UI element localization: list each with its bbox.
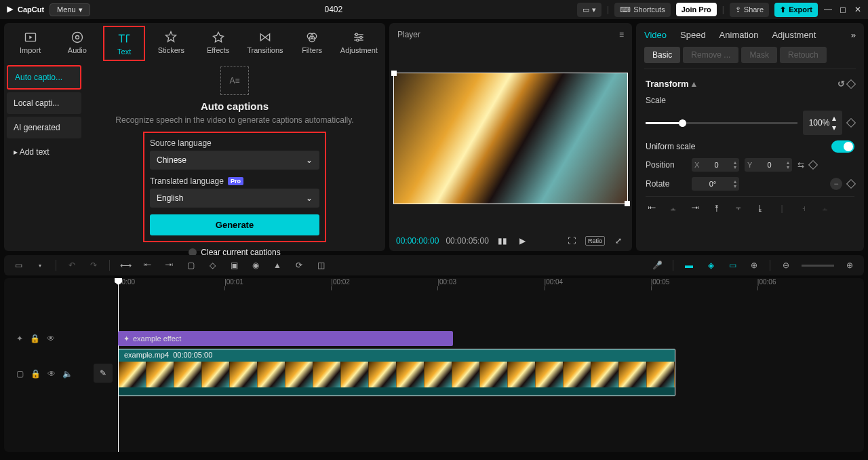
fullscreen-icon[interactable]: ⤢ xyxy=(612,236,625,246)
snap-track-toggle[interactable]: ◈ xyxy=(705,259,717,271)
zoom-slider[interactable] xyxy=(802,265,834,267)
inspector-tab-animation[interactable]: Animation xyxy=(719,30,759,40)
selection-tool[interactable]: ▭ xyxy=(12,259,24,271)
link-icon[interactable]: ⇆ xyxy=(797,160,804,170)
snap-main-toggle[interactable]: ▬ xyxy=(683,259,695,271)
minimize-button[interactable]: — xyxy=(823,5,833,14)
tab-audio[interactable]: Audio xyxy=(56,26,98,61)
rotate-tool[interactable]: ⟳ xyxy=(293,259,305,271)
video-clip[interactable]: example.mp4 00:00:05:00 xyxy=(118,349,675,396)
sidebar-item-add-text[interactable]: ▸ Add text xyxy=(7,141,81,163)
tab-filters[interactable]: Filters xyxy=(291,26,333,61)
tab-transitions[interactable]: Transitions xyxy=(244,26,286,61)
lock-icon[interactable]: 🔒 xyxy=(30,334,40,343)
align-bottom-icon[interactable]: ⭳ xyxy=(754,204,766,213)
translated-language-select[interactable]: English ⌄ xyxy=(150,189,319,208)
share-button[interactable]: ⇪ Share xyxy=(730,3,769,17)
lock-icon[interactable]: 🔒 xyxy=(31,369,41,379)
aspect-ratio-button[interactable]: ▭ ▾ xyxy=(577,3,601,17)
align-top-icon[interactable]: ⭱ xyxy=(711,204,723,213)
inspector-more-icon[interactable]: » xyxy=(851,30,856,40)
rotate-input[interactable]: 0°▴▾ xyxy=(692,177,739,191)
sidebar-item-local-captions[interactable]: Local capti... xyxy=(7,92,81,114)
tab-adjustment[interactable]: Adjustment xyxy=(338,26,380,61)
preview-axis-icon[interactable]: ⊕ xyxy=(748,259,760,271)
shortcuts-button[interactable]: ⌨ Shortcuts xyxy=(614,3,670,17)
inspector-tab-adjustment[interactable]: Adjustment xyxy=(772,30,816,40)
export-button[interactable]: ⬆ Export xyxy=(774,3,818,17)
audio-icon xyxy=(70,30,85,45)
align-left-icon[interactable]: ⭰ xyxy=(646,204,658,213)
zoom-in-button[interactable]: ⊕ xyxy=(844,259,856,271)
mute-icon[interactable]: 🔈 xyxy=(62,369,73,379)
speed-tool[interactable]: ◉ xyxy=(250,259,262,271)
track-edit-button[interactable]: ✎ xyxy=(94,364,113,383)
inspector-tab-speed[interactable]: Speed xyxy=(680,30,706,40)
generate-button[interactable]: Generate xyxy=(150,214,319,235)
distribute-v-icon[interactable]: ⫠ xyxy=(819,204,831,213)
snap-link-toggle[interactable]: ▭ xyxy=(726,259,738,271)
tab-effects[interactable]: Effects xyxy=(197,26,239,61)
menu-button[interactable]: Menu ▾ xyxy=(50,3,90,16)
uniform-scale-toggle[interactable] xyxy=(831,140,854,153)
player-menu-icon[interactable]: ≡ xyxy=(619,30,624,39)
close-button[interactable]: ✕ xyxy=(853,5,863,14)
redo-button[interactable]: ↷ xyxy=(87,259,100,271)
trim-right-tool[interactable]: ⭲ xyxy=(163,259,175,271)
timeline-ruler[interactable]: 00:00 |00:01 |00:02 |00:03 |00:04 |00:05… xyxy=(118,278,864,292)
rotate-label: Rotate xyxy=(646,179,686,189)
position-y-input[interactable]: Y0▴▾ xyxy=(745,158,792,172)
tab-import[interactable]: Import xyxy=(9,26,52,61)
audio-waveform xyxy=(119,387,675,396)
translated-language-label: Translated language Pro xyxy=(150,176,319,186)
selection-dropdown[interactable]: ▾ xyxy=(34,259,46,271)
video-preview[interactable] xyxy=(393,73,628,204)
sidebar-item-auto-captions[interactable]: Auto captio... xyxy=(7,65,81,90)
subtab-basic[interactable]: Basic xyxy=(644,47,680,63)
sidebar-item-ai-generated[interactable]: AI generated xyxy=(7,117,81,138)
marker-tool[interactable]: ◇ xyxy=(206,259,218,271)
keyframe-icon[interactable] xyxy=(846,79,856,88)
scale-slider[interactable] xyxy=(646,122,797,124)
ratio-button[interactable]: Ratio xyxy=(585,236,605,246)
effect-track-head: ✦ 🔒 👁 xyxy=(4,331,91,346)
source-language-select[interactable]: Chinese ⌄ xyxy=(150,151,319,170)
play-button[interactable]: ▶ xyxy=(516,236,530,246)
auto-captions-description: Recognize speech in the video to generat… xyxy=(115,115,353,126)
inspector-tab-video[interactable]: Video xyxy=(644,30,667,40)
crop-tool[interactable]: ◫ xyxy=(315,259,327,271)
zoom-out-button[interactable]: ⊖ xyxy=(780,259,792,271)
scale-value[interactable]: 100%▴▾ xyxy=(803,111,842,135)
subtab-mask[interactable]: Mask xyxy=(741,47,777,63)
maximize-button[interactable]: ◻ xyxy=(838,5,848,14)
transform-section[interactable]: Transform ▴ ↺ xyxy=(646,79,854,89)
join-pro-button[interactable]: Join Pro xyxy=(676,3,717,16)
reset-icon[interactable]: ↺ xyxy=(837,79,845,89)
scale-keyframe[interactable] xyxy=(846,118,856,128)
mic-icon[interactable]: 🎤 xyxy=(651,259,663,271)
rotate-keyframe[interactable] xyxy=(846,179,856,189)
effect-clip[interactable]: ✦ example effect xyxy=(118,331,453,346)
subtab-retouch[interactable]: Retouch xyxy=(780,47,827,63)
rotate-reset-icon[interactable]: − xyxy=(830,178,842,190)
tab-text[interactable]: Text xyxy=(103,26,145,61)
subtab-remove[interactable]: Remove ... xyxy=(683,47,738,63)
align-right-icon[interactable]: ⭲ xyxy=(689,204,701,213)
undo-button[interactable]: ↶ xyxy=(66,259,78,271)
scale-fit-icon[interactable]: ⛶ xyxy=(565,236,578,246)
delete-tool[interactable]: ▢ xyxy=(184,259,197,271)
group-tool[interactable]: ▣ xyxy=(228,259,240,271)
mirror-tool[interactable]: ▲ xyxy=(271,259,283,271)
align-center-h-icon[interactable]: ⫠ xyxy=(667,204,679,213)
position-keyframe[interactable] xyxy=(808,160,818,170)
position-x-input[interactable]: X0▴▾ xyxy=(692,158,739,172)
eye-icon[interactable]: 👁 xyxy=(47,369,56,379)
split-tool[interactable]: ⟷ xyxy=(119,259,132,271)
player-viewport[interactable] xyxy=(389,46,632,231)
trim-left-tool[interactable]: ⭰ xyxy=(141,259,153,271)
align-center-v-icon[interactable]: ⫟ xyxy=(732,204,745,213)
distribute-h-icon[interactable]: ⫞ xyxy=(797,204,810,213)
tab-stickers[interactable]: Stickers xyxy=(150,26,192,61)
eye-icon[interactable]: 👁 xyxy=(47,334,55,343)
compare-icon[interactable]: ▮▮ xyxy=(496,236,509,246)
